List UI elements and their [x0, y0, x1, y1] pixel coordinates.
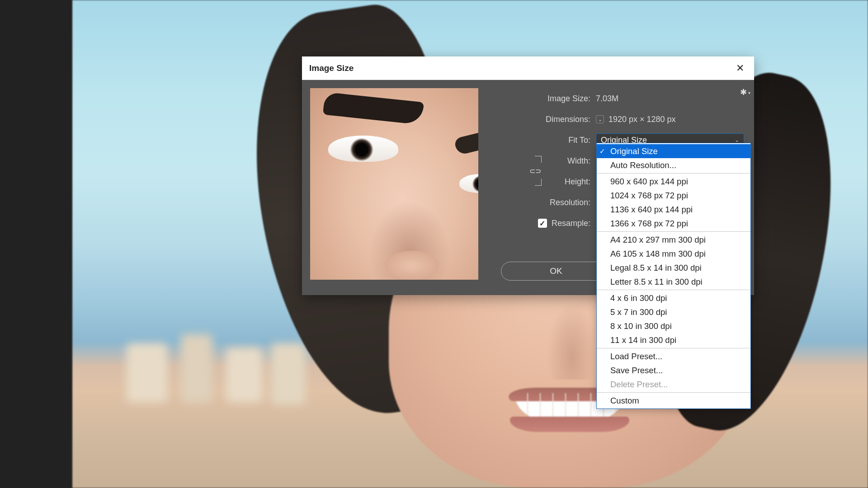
dropdown-item-label: 4 x 6 in 300 dpi: [610, 293, 667, 303]
check-icon: ✓: [599, 147, 605, 155]
image-preview[interactable]: [310, 88, 478, 280]
dropdown-item-label: Save Preset...: [610, 366, 663, 375]
dropdown-item[interactable]: 11 x 14 in 300 dpi: [597, 333, 750, 347]
link-icon: ⊂⊃: [529, 167, 541, 175]
close-icon[interactable]: ✕: [733, 61, 747, 75]
dropdown-item-label: Original Size: [610, 146, 658, 156]
width-label: Width:: [491, 156, 596, 166]
dropdown-item[interactable]: 4 x 6 in 300 dpi: [597, 291, 750, 305]
dropdown-item[interactable]: A4 210 x 297 mm 300 dpi: [597, 233, 750, 247]
constrain-proportions-toggle[interactable]: ⊂⊃: [529, 156, 541, 186]
dropdown-item-label: 5 x 7 in 300 dpi: [610, 307, 667, 317]
dropdown-item-label: 1136 x 640 px 144 ppi: [610, 205, 693, 215]
resample-checkbox[interactable]: ✓: [538, 219, 547, 228]
resolution-label: Resolution:: [491, 198, 596, 207]
dropdown-item-label: 960 x 640 px 144 ppi: [610, 177, 688, 187]
dropdown-item-label: Custom: [610, 396, 639, 406]
dropdown-item-label: A6 105 x 148 mm 300 dpi: [610, 249, 706, 259]
dropdown-item-label: 11 x 14 in 300 dpi: [610, 335, 676, 345]
dropdown-item[interactable]: 960 x 640 px 144 ppi: [597, 174, 750, 188]
dropdown-item[interactable]: A6 105 x 148 mm 300 dpi: [597, 247, 750, 261]
dropdown-item[interactable]: 8 x 10 in 300 dpi: [597, 319, 750, 333]
dropdown-item-label: A4 210 x 297 mm 300 dpi: [610, 235, 706, 245]
chevron-down-icon: ⌄: [735, 137, 739, 143]
image-size-label: Image Size:: [491, 94, 596, 103]
dialog-title: Image Size: [309, 63, 733, 73]
dropdown-item[interactable]: 1136 x 640 px 144 ppi: [597, 202, 750, 216]
dimensions-dropdown-icon[interactable]: ⌄: [596, 115, 604, 123]
dropdown-item: Delete Preset...: [597, 377, 750, 391]
dropdown-item-label: 1024 x 768 px 72 ppi: [610, 191, 688, 201]
dropdown-item[interactable]: Letter 8.5 x 11 in 300 dpi: [597, 275, 750, 289]
dialog-titlebar[interactable]: Image Size ✕: [302, 56, 754, 80]
dimensions-value: 1920 px × 1280 px: [609, 115, 676, 124]
dropdown-item-label: Legal 8.5 x 14 in 300 dpi: [610, 263, 702, 273]
dropdown-item[interactable]: 1024 x 768 px 72 ppi: [597, 188, 750, 202]
dropdown-item[interactable]: Custom: [597, 394, 750, 408]
dropdown-item-label: Load Preset...: [610, 352, 662, 361]
dropdown-item[interactable]: 1366 x 768 px 72 ppi: [597, 216, 750, 230]
dropdown-item-label: 8 x 10 in 300 dpi: [610, 321, 672, 331]
gear-icon[interactable]: ✱: [740, 87, 750, 97]
dropdown-item[interactable]: Save Preset...: [597, 363, 750, 377]
height-label: Height:: [491, 177, 596, 187]
dropdown-item[interactable]: 5 x 7 in 300 dpi: [597, 305, 750, 319]
dropdown-item[interactable]: ✓Original Size: [597, 144, 750, 158]
dropdown-item-label: Delete Preset...: [610, 380, 668, 389]
resample-label: Resample:: [552, 219, 590, 228]
dropdown-item-label: 1366 x 768 px 72 ppi: [610, 219, 688, 229]
fit-to-dropdown-menu[interactable]: ✓Original SizeAuto Resolution...960 x 64…: [596, 143, 751, 409]
image-size-value: 7.03M: [596, 94, 618, 103]
dimensions-label: Dimensions:: [491, 115, 596, 124]
left-sidebar: [0, 0, 72, 488]
ok-button[interactable]: OK: [501, 262, 611, 281]
dropdown-item[interactable]: Auto Resolution...: [597, 158, 750, 172]
dropdown-item[interactable]: Load Preset...: [597, 349, 750, 363]
dropdown-item[interactable]: Legal 8.5 x 14 in 300 dpi: [597, 261, 750, 275]
dropdown-item-label: Auto Resolution...: [610, 160, 676, 170]
fit-to-label: Fit To:: [491, 136, 596, 145]
dropdown-item-label: Letter 8.5 x 11 in 300 dpi: [610, 277, 703, 287]
